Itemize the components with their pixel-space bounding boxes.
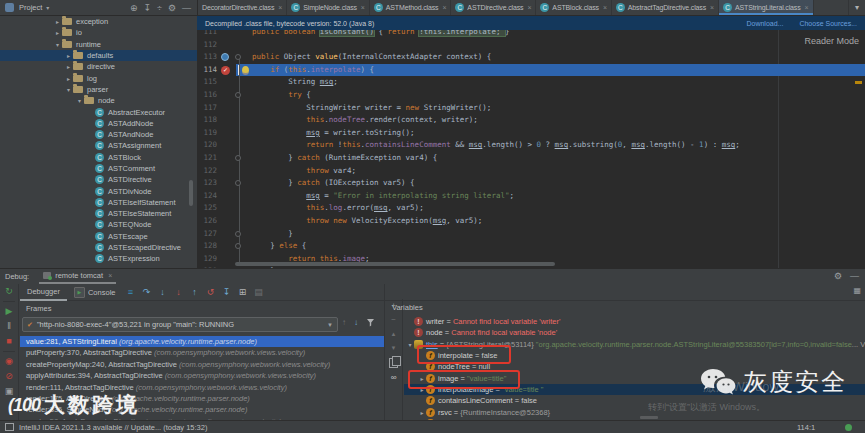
- chevron-right-icon[interactable]: ▸: [53, 18, 62, 25]
- thread-dropdown[interactable]: ✔ "http-nio-8080-exec-4"@53,221 in group…: [22, 317, 338, 332]
- close-icon[interactable]: ×: [361, 4, 365, 11]
- chevron-down-icon[interactable]: ▾: [46, 4, 49, 11]
- chevron-right-icon[interactable]: ▸: [53, 29, 62, 36]
- editor-tab[interactable]: DecoratorDirective.class×: [198, 0, 287, 15]
- next-frame-icon[interactable]: ↓: [354, 318, 358, 327]
- line-number[interactable]: 113: [197, 51, 217, 64]
- variable-row-rsvc[interactable]: ▸frsvc = {RuntimeInstance@52368}: [404, 406, 865, 417]
- pause-icon[interactable]: ‖: [7, 319, 11, 334]
- duplicate-icon[interactable]: [389, 358, 398, 368]
- hide-panel-icon[interactable]: —: [850, 271, 859, 281]
- chevron-right-icon[interactable]: ▸: [64, 52, 73, 59]
- status-message[interactable]: IntelliJ IDEA 2021.1.3 available // Upda…: [19, 423, 207, 432]
- step-out-icon[interactable]: ↑: [186, 287, 202, 297]
- editor-tab[interactable]: CAbstractTagDirective.class×: [612, 0, 719, 15]
- tree-item-ASTDirective[interactable]: CASTDirective: [0, 174, 197, 185]
- collapse-all-icon[interactable]: ÷: [157, 3, 162, 13]
- line-number[interactable]: 119: [197, 127, 217, 140]
- tree-scrollbar[interactable]: [189, 180, 193, 206]
- stop-icon[interactable]: ■: [6, 334, 11, 349]
- debug-session-tab[interactable]: remote tomcat ×: [39, 269, 116, 284]
- close-icon[interactable]: ×: [278, 4, 282, 11]
- tree-item-AbstractExecutor[interactable]: CAbstractExecutor: [0, 106, 197, 117]
- step-over-icon[interactable]: ↷: [138, 287, 154, 297]
- close-icon[interactable]: ×: [442, 4, 446, 11]
- watches-icon[interactable]: ∞: [391, 371, 397, 385]
- run-to-cursor-icon[interactable]: ↧: [218, 287, 234, 297]
- rerun-icon[interactable]: ↻: [5, 284, 13, 299]
- editor-tab[interactable]: CSimpleNode.class×: [287, 0, 370, 15]
- chevron-down-icon[interactable]: ▾: [64, 86, 73, 93]
- tree-item-ASTAndNode[interactable]: CASTAndNode: [0, 129, 197, 140]
- view-breakpoints-icon[interactable]: ◉: [5, 354, 13, 369]
- tree-item-ASTEscapedDirective[interactable]: CASTEscapedDirective: [0, 242, 197, 253]
- code-editor[interactable]: 111 public boolean isConstant() { return…: [197, 30, 865, 268]
- chevron-right-icon[interactable]: ▸: [64, 63, 73, 70]
- chevron-right-icon[interactable]: ▸: [418, 409, 426, 416]
- tree-item-io[interactable]: ▸io: [0, 27, 197, 38]
- close-icon[interactable]: ×: [710, 4, 714, 11]
- tabs-overflow-chevron[interactable]: ▾: [848, 0, 865, 15]
- close-icon[interactable]: ×: [805, 4, 809, 11]
- error-stripe-mark[interactable]: [855, 81, 862, 84]
- filter-icon[interactable]: [366, 318, 375, 327]
- debug-tab-debugger[interactable]: Debugger: [20, 284, 67, 301]
- tree-item-exception[interactable]: ▸exception: [0, 16, 197, 27]
- variable-row-writer[interactable]: !writer = Cannot find local variable 'wr…: [404, 316, 865, 327]
- tree-item-runtime[interactable]: ▾runtime: [0, 39, 197, 50]
- line-number[interactable]: 129: [197, 253, 217, 266]
- frame-row[interactable]: value:281, ASTStringLiteral (org.apache.…: [20, 336, 384, 347]
- fold-marker[interactable]: [235, 155, 241, 161]
- line-number[interactable]: 125: [197, 202, 217, 215]
- line-number[interactable]: 116: [197, 89, 217, 102]
- notification-dot[interactable]: [845, 424, 852, 431]
- fold-marker[interactable]: [235, 92, 241, 98]
- chevron-down-icon[interactable]: ▾: [75, 97, 84, 104]
- resume-icon[interactable]: ▶: [6, 304, 13, 319]
- line-number[interactable]: 123: [197, 177, 217, 190]
- editor-hscrollbar[interactable]: [235, 262, 555, 266]
- intention-bulb-icon[interactable]: [242, 66, 249, 75]
- step-into-icon[interactable]: ↓: [154, 287, 170, 297]
- tree-item-ASTComment[interactable]: CASTComment: [0, 163, 197, 174]
- project-panel-title[interactable]: Project: [19, 3, 42, 12]
- caret-position[interactable]: 114:1: [797, 423, 815, 432]
- tree-item-ASTAddNode[interactable]: CASTAddNode: [0, 118, 197, 129]
- close-icon[interactable]: ×: [108, 272, 112, 279]
- remove-watch-icon[interactable]: −: [391, 313, 396, 327]
- line-number[interactable]: 126: [197, 215, 217, 228]
- line-number[interactable]: 118: [197, 114, 217, 127]
- variable-row-node[interactable]: !node = Cannot find local variable 'node…: [404, 327, 865, 338]
- line-number[interactable]: 128: [197, 240, 217, 253]
- chevron-down-icon[interactable]: ▾: [53, 41, 62, 48]
- chevron-right-icon[interactable]: ▸: [64, 75, 73, 82]
- line-number[interactable]: 124: [197, 190, 217, 203]
- choose-sources-link[interactable]: Choose Sources...: [799, 20, 857, 27]
- editor-tab[interactable]: CASTStringLiteral.class×: [719, 0, 814, 15]
- show-options-icon[interactable]: ≡: [122, 287, 138, 297]
- tree-item-ASTElseIfStatement[interactable]: CASTElseIfStatement: [0, 197, 197, 208]
- tree-item-ASTDivNode[interactable]: CASTDivNode: [0, 185, 197, 196]
- hide-panel-icon[interactable]: —: [182, 3, 191, 13]
- close-icon[interactable]: ×: [527, 4, 531, 11]
- tree-item-node[interactable]: ▾node: [0, 95, 197, 106]
- editor-tab[interactable]: CASTDirective.class×: [451, 0, 536, 15]
- line-number[interactable]: 117: [197, 102, 217, 115]
- tree-item-log[interactable]: ▸log: [0, 72, 197, 83]
- tree-item-directive[interactable]: ▸directive: [0, 61, 197, 72]
- prev-frame-icon[interactable]: ↑: [342, 318, 346, 327]
- editor-tab[interactable]: CASTMethod.class×: [370, 0, 452, 15]
- reader-mode-label[interactable]: Reader Mode: [804, 36, 859, 46]
- tree-item-ASTElseStatement[interactable]: CASTElseStatement: [0, 208, 197, 219]
- frame-row[interactable]: applyAttributes:394, AbstractTagDirectiv…: [20, 370, 384, 381]
- update-icon[interactable]: [5, 423, 14, 431]
- download-link[interactable]: Download...: [746, 20, 783, 27]
- tree-item-ASTEscape[interactable]: CASTEscape: [0, 231, 197, 242]
- scroll-from-source-icon[interactable]: ↧: [143, 3, 151, 13]
- line-number[interactable]: 114: [197, 64, 217, 77]
- breakpoint-icon[interactable]: ✓: [221, 66, 230, 75]
- tree-item-ASTBlock[interactable]: CASTBlock: [0, 152, 197, 163]
- editor-tab[interactable]: CASTBlock.class×: [536, 0, 611, 15]
- settings-icon[interactable]: ⚙: [168, 3, 176, 13]
- variables-hscrollbar[interactable]: [640, 416, 658, 419]
